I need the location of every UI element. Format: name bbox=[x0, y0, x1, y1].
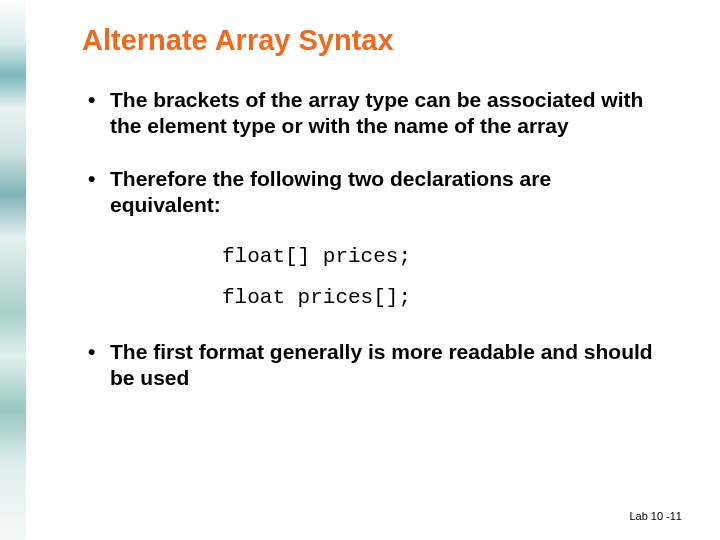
bullet-list: The brackets of the array type can be as… bbox=[82, 87, 660, 217]
code-line-2: float prices[]; bbox=[222, 286, 660, 309]
slide-content: Alternate Array Syntax The brackets of t… bbox=[0, 0, 720, 540]
bullet-item-1: The brackets of the array type can be as… bbox=[82, 87, 660, 138]
code-block: float[] prices; float prices[]; bbox=[222, 245, 660, 309]
slide-title: Alternate Array Syntax bbox=[82, 24, 660, 57]
bullet-list-2: The first format generally is more reada… bbox=[82, 339, 660, 390]
code-line-1: float[] prices; bbox=[222, 245, 660, 268]
bullet-item-3: The first format generally is more reada… bbox=[82, 339, 660, 390]
bullet-item-2: Therefore the following two declarations… bbox=[82, 166, 660, 217]
footer-label: Lab 10 -11 bbox=[629, 510, 682, 522]
